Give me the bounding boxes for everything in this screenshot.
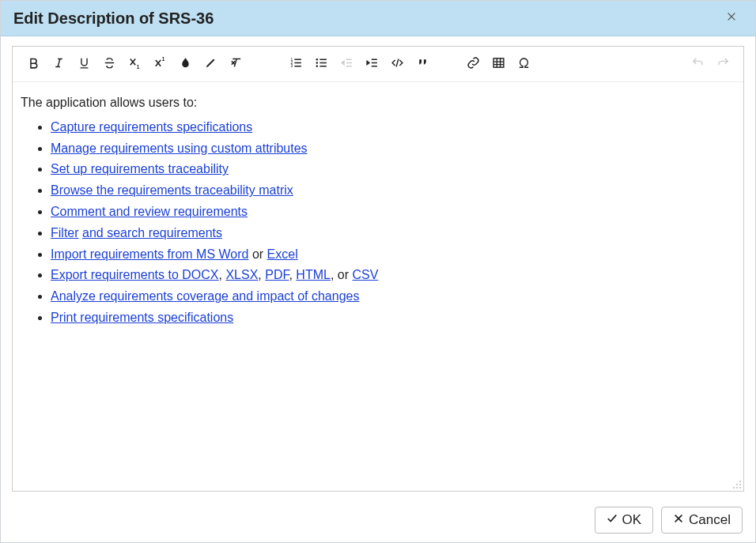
list-item: Manage requirements using custom attribu… [51, 139, 735, 159]
blockquote-button[interactable] [411, 51, 433, 74]
dialog-titlebar: Edit Description of SRS-36 [1, 1, 755, 36]
content-link[interactable]: Filter [51, 226, 79, 239]
highlight-button[interactable] [199, 51, 221, 74]
quote-icon [416, 56, 429, 70]
italic-button[interactable] [47, 51, 70, 74]
indent-icon [365, 56, 379, 70]
link-button[interactable] [462, 51, 484, 74]
editor-bullet-list: Capture requirements specificationsManag… [21, 118, 735, 328]
table-icon [492, 56, 505, 70]
underline-button[interactable] [73, 51, 95, 74]
content-link[interactable]: Excel [267, 247, 298, 261]
content-link[interactable]: Analyze requirements coverage and impact… [51, 289, 359, 303]
indent-button[interactable] [361, 51, 383, 74]
svg-point-6 [316, 62, 318, 64]
svg-point-12 [736, 484, 738, 485]
subscript-icon: 1 [128, 56, 142, 70]
content-link[interactable]: Manage requirements using custom attribu… [51, 141, 308, 155]
cancel-button[interactable]: Cancel [661, 507, 743, 534]
x-icon [673, 512, 684, 528]
ordered-list-icon: 123 [289, 56, 303, 70]
table-button[interactable] [487, 51, 509, 74]
underline-icon [77, 56, 91, 70]
dialog-footer: OK Cancel [1, 498, 755, 542]
special-char-button[interactable] [512, 51, 535, 74]
ok-label: OK [622, 512, 642, 528]
subscript-button[interactable]: 1 [123, 51, 146, 74]
content-link[interactable]: HTML [296, 268, 331, 281]
text-run: , [258, 268, 265, 281]
strikethrough-button[interactable] [98, 51, 120, 74]
svg-point-5 [316, 58, 318, 60]
list-item: Export requirements to DOCX, XLSX, PDF, … [51, 266, 735, 285]
drop-icon [179, 56, 192, 70]
superscript-button[interactable]: 1 [149, 51, 171, 74]
ok-button[interactable]: OK [595, 507, 654, 534]
list-item: Comment and review requirements [51, 202, 735, 222]
list-item: Print requirements specifications [51, 308, 735, 328]
unordered-list-button[interactable] [310, 51, 332, 74]
close-icon [726, 11, 737, 25]
list-item: Set up requirements traceability [51, 160, 735, 179]
text-run: or [248, 247, 266, 261]
content-link[interactable]: Browse the requirements traceability mat… [51, 183, 293, 197]
outdent-button[interactable] [335, 51, 357, 74]
content-link[interactable]: Export requirements to DOCX [51, 268, 219, 281]
svg-point-7 [316, 65, 318, 67]
svg-point-13 [736, 487, 738, 488]
editor-toolbar: 1 1 123 [13, 47, 743, 82]
svg-text:3: 3 [290, 64, 293, 68]
editor-content-area[interactable]: The application allows users to:Capture … [13, 82, 743, 491]
list-item: Analyze requirements coverage and impact… [51, 287, 735, 307]
svg-rect-8 [493, 58, 504, 66]
outdent-icon [340, 56, 353, 70]
editor-intro-text: The application allows users to: [21, 93, 735, 113]
marker-icon [204, 56, 217, 70]
list-item: Filter and search requirements [51, 224, 735, 243]
svg-text:1: 1 [161, 56, 164, 62]
list-item: Import requirements from MS Word or Exce… [51, 245, 735, 265]
svg-point-14 [733, 487, 735, 488]
omega-icon [517, 56, 531, 70]
editor-panel: 1 1 123 [12, 46, 744, 492]
code-icon [391, 56, 404, 70]
content-link[interactable]: Capture requirements specifications [51, 120, 252, 134]
content-link[interactable]: and search requirements [82, 226, 222, 239]
svg-point-9 [739, 481, 741, 482]
text-color-button[interactable] [174, 51, 196, 74]
edit-description-dialog: Edit Description of SRS-36 1 [0, 0, 756, 543]
clear-format-icon [229, 56, 243, 70]
clear-format-button[interactable] [225, 51, 247, 74]
code-button[interactable] [386, 51, 408, 74]
close-button[interactable] [720, 7, 743, 29]
undo-icon [691, 56, 705, 70]
bold-icon [27, 56, 40, 70]
resize-grip-icon [732, 480, 742, 489]
list-item: Capture requirements specifications [51, 118, 735, 138]
content-link[interactable]: Print requirements specifications [51, 311, 233, 324]
unordered-list-icon [315, 56, 328, 70]
strikethrough-icon [103, 56, 116, 70]
undo-button[interactable] [686, 51, 709, 74]
dialog-title: Edit Description of SRS-36 [13, 9, 720, 28]
content-link[interactable]: Import requirements from MS Word [51, 247, 248, 261]
svg-point-10 [739, 484, 741, 485]
ordered-list-button[interactable]: 123 [285, 51, 307, 74]
svg-point-11 [739, 487, 741, 488]
superscript-icon: 1 [153, 56, 167, 70]
svg-text:1: 1 [136, 63, 139, 69]
italic-icon [52, 56, 66, 70]
content-link[interactable]: Set up requirements traceability [51, 162, 229, 175]
redo-button[interactable] [712, 51, 734, 74]
content-link[interactable]: CSV [352, 268, 378, 281]
redo-icon [716, 56, 730, 70]
content-link[interactable]: Comment and review requirements [51, 205, 248, 218]
check-icon [607, 512, 618, 528]
text-run: , or [331, 268, 353, 281]
content-link[interactable]: PDF [265, 268, 289, 281]
bold-button[interactable] [22, 51, 44, 74]
link-icon [467, 56, 480, 70]
cancel-label: Cancel [689, 512, 731, 528]
list-item: Browse the requirements traceability mat… [51, 181, 735, 201]
content-link[interactable]: XLSX [225, 268, 258, 281]
